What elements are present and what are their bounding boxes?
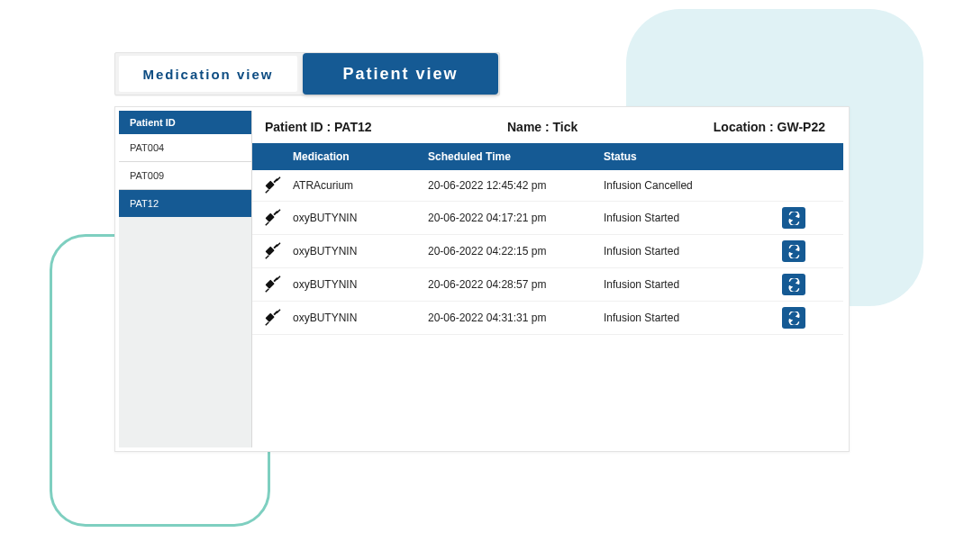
sidebar-empty-area [119, 217, 251, 447]
refresh-button[interactable] [782, 207, 805, 229]
cell-action [782, 307, 841, 329]
table-row: oxyBUTYNIN20-06-2022 04:28:57 pmInfusion… [252, 268, 843, 302]
sidebar-items: PAT004PAT009PAT12 [119, 134, 251, 217]
table-row: oxyBUTYNIN20-06-2022 04:17:21 pmInfusion… [252, 202, 843, 235]
cell-medication: oxyBUTYNIN [293, 245, 428, 257]
table-row: oxyBUTYNIN20-06-2022 04:31:31 pmInfusion… [252, 302, 843, 335]
sidebar-item-patient[interactable]: PAT12 [119, 190, 251, 217]
cell-scheduled-time: 20-06-2022 04:17:21 pm [428, 212, 604, 224]
cell-scheduled-time: 20-06-2022 04:28:57 pm [428, 278, 604, 291]
tab-patient-view[interactable]: Patient view [303, 53, 498, 95]
sidebar-header-label: Patient ID [130, 117, 176, 128]
sidebar-item-patient[interactable]: PAT009 [119, 162, 251, 190]
table-row: ATRAcurium20-06-2022 12:45:42 pmInfusion… [252, 170, 843, 202]
info-location: Location : GW-P22 [714, 120, 825, 134]
info-patient-id: Patient ID : PAT12 [265, 120, 372, 134]
cell-status: Infusion Started [604, 312, 782, 324]
cell-action [782, 207, 841, 229]
cell-status: Infusion Started [604, 278, 782, 291]
refresh-button[interactable] [782, 240, 805, 262]
cell-medication: oxyBUTYNIN [293, 312, 428, 324]
cell-status: Infusion Started [604, 245, 782, 257]
sidebar-item-label: PAT004 [130, 142, 164, 153]
cell-status: Infusion Started [604, 212, 782, 224]
tab-patient-view-label: Patient view [342, 65, 458, 84]
sidebar-item-label: PAT009 [130, 170, 164, 181]
syringe-icon [252, 241, 293, 261]
cell-scheduled-time: 20-06-2022 12:45:42 pm [428, 179, 604, 192]
cell-scheduled-time: 20-06-2022 04:22:15 pm [428, 245, 604, 257]
cell-action [782, 274, 841, 295]
refresh-icon [787, 312, 801, 325]
refresh-icon [787, 278, 801, 292]
refresh-button[interactable] [782, 307, 805, 329]
syringe-icon [252, 308, 293, 328]
info-name-label: Name : [507, 120, 550, 134]
refresh-icon [787, 245, 801, 258]
info-name-value: Tick [553, 120, 578, 134]
cell-medication: ATRAcurium [293, 179, 428, 192]
sidebar-item-label: PAT12 [130, 198, 159, 209]
tab-medication-view[interactable]: Medication view [119, 56, 297, 92]
info-location-label: Location : [714, 120, 774, 134]
info-location-value: GW-P22 [777, 120, 825, 134]
table-row: oxyBUTYNIN20-06-2022 04:22:15 pmInfusion… [252, 235, 843, 268]
medication-table-header: Medication Scheduled Time Status [252, 143, 843, 170]
tab-medication-view-label: Medication view [142, 67, 273, 82]
cell-status: Infusion Cancelled [604, 179, 782, 192]
sidebar-header: Patient ID [119, 111, 251, 134]
patient-info-row: Patient ID : PAT12 Name : Tick Location … [252, 111, 843, 143]
header-scheduled-time: Scheduled Time [428, 150, 604, 163]
patient-sidebar: Patient ID PAT004PAT009PAT12 [119, 111, 252, 447]
view-tabs: Medication view Patient view [114, 52, 500, 95]
sidebar-item-patient[interactable]: PAT004 [119, 134, 251, 162]
info-patient-id-label: Patient ID : [265, 120, 331, 134]
main-content: Patient ID : PAT12 Name : Tick Location … [252, 107, 849, 451]
cell-action [782, 240, 841, 262]
syringe-icon [252, 176, 293, 195]
cell-medication: oxyBUTYNIN [293, 212, 428, 224]
cell-medication: oxyBUTYNIN [293, 278, 428, 291]
refresh-button[interactable] [782, 274, 805, 295]
cell-scheduled-time: 20-06-2022 04:31:31 pm [428, 312, 604, 324]
info-patient-id-value: PAT12 [334, 120, 372, 134]
header-medication: Medication [293, 150, 428, 163]
patient-view-panel: Patient ID PAT004PAT009PAT12 Patient ID … [114, 106, 850, 452]
refresh-icon [787, 212, 801, 225]
info-name: Name : Tick [507, 120, 577, 134]
syringe-icon [252, 208, 293, 228]
syringe-icon [252, 275, 293, 294]
header-status: Status [604, 150, 782, 163]
medication-table-body: ATRAcurium20-06-2022 12:45:42 pmInfusion… [252, 170, 843, 447]
